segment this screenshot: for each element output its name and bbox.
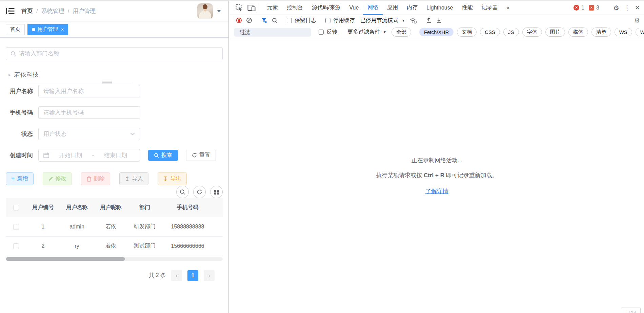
filter-chip-fetch-xhr[interactable]: Fetch/XHR [419,28,454,36]
filter-toggle-icon[interactable] [259,16,269,25]
tree-expand-icon[interactable]: ▸ [8,72,11,77]
tab-application[interactable]: 应用 [383,1,402,15]
partial-corner-button[interactable]: 录制 [621,308,641,313]
dept-search-input[interactable] [19,50,218,57]
filter-chip-css[interactable]: CSS [480,28,500,36]
sidebar-toggle-icon[interactable] [6,7,15,15]
import-button[interactable]: ↥ 导入 [119,172,148,185]
checkbox[interactable] [319,30,324,35]
search-network-icon[interactable] [269,16,280,25]
tab-console[interactable]: 控制台 [282,1,307,15]
date-end-placeholder[interactable]: 结束日期 [96,151,135,159]
horizontal-scrollbar [6,257,223,261]
device-toolbar-icon[interactable] [245,1,258,15]
tag-home[interactable]: 首页 [6,24,25,35]
filter-field[interactable] [234,28,311,37]
filter-chip-doc[interactable]: 文档 [457,27,477,37]
chevron-down-icon [130,132,135,135]
user-menu[interactable] [197,3,221,19]
edit-button[interactable]: 修改 [43,172,72,185]
tab-memory[interactable]: 内存 [402,1,422,15]
prev-page-button[interactable]: ‹ [171,270,182,281]
tab-network[interactable]: 网络 [363,1,383,15]
tab-performance[interactable]: 性能 [458,1,477,15]
column-header-id[interactable]: 用户编号 [26,198,60,217]
separator [260,4,260,12]
table-row[interactable]: 2 ry 若依 测试部门 15666666666 [6,236,223,256]
row-checkbox[interactable] [13,224,19,230]
tab-sources[interactable]: 源代码/来源 [307,1,345,15]
throttling-select[interactable]: 已停用节流模式 ▼ [360,17,405,24]
clear-network-icon[interactable] [244,16,254,25]
close-icon[interactable]: × [61,27,64,32]
console-errors-badge[interactable]: ✕ 1 [573,5,584,11]
breadcrumb-separator: / [36,8,38,15]
column-header-username[interactable]: 用户名称 [60,198,94,217]
search-button[interactable]: 搜索 [148,150,178,161]
delete-button[interactable]: 删除 [81,172,110,185]
refresh-table-button[interactable] [193,186,206,198]
disable-cache-checkbox[interactable]: 停用缓存 [325,17,355,24]
row-checkbox[interactable] [13,243,19,249]
filter-chip-font[interactable]: 字体 [522,27,542,37]
table-header-row: 用户编号 用户名称 用户昵称 部门 手机号码 [6,198,223,217]
export-button[interactable]: ↧ 导出 [158,172,187,185]
filter-chip-ws[interactable]: WS [615,28,632,36]
show-search-toggle-button[interactable] [176,186,189,198]
add-button-label: 新增 [17,175,28,182]
more-filters-dropdown[interactable]: 更多过滤条件 ▼ [347,29,386,36]
network-settings-gear-icon[interactable]: ⚙ [634,17,640,24]
filter-chip-all[interactable]: 全部 [391,27,411,37]
current-page-button[interactable]: 1 [187,270,198,281]
checkbox[interactable] [287,18,292,23]
date-start-placeholder[interactable]: 开始日期 [51,151,90,159]
close-devtools-icon[interactable]: ✕ [635,4,640,12]
preserve-log-checkbox[interactable]: 保留日志 [287,17,316,24]
download-icon: ↧ [163,176,168,182]
add-button[interactable]: + 新增 [6,172,34,185]
table-row[interactable]: 1 admin 若依 研发部门 15888888888 [6,217,223,236]
next-page-button[interactable]: › [204,270,215,281]
more-options-icon[interactable]: ⋮ [624,4,630,12]
more-tabs-icon[interactable]: » [502,1,514,15]
learn-more-link[interactable]: 了解详情 [425,187,448,195]
settings-gear-icon[interactable]: ⚙ [613,4,619,12]
refresh-icon [197,189,202,195]
import-har-icon[interactable] [424,16,434,25]
cell-username: admin [60,217,94,236]
checkbox[interactable] [325,18,330,23]
select-all-checkbox[interactable] [13,205,19,210]
reset-button[interactable]: 重置 [186,150,216,161]
record-network-button[interactable] [234,16,244,25]
inspect-element-icon[interactable] [233,1,245,15]
filter-chip-img[interactable]: 图片 [545,27,565,37]
column-header-phone[interactable]: 手机号码 [162,198,214,217]
filter-chip-media[interactable]: 媒体 [568,27,588,37]
column-settings-button[interactable] [210,186,223,198]
scrollbar-thumb[interactable] [6,257,125,261]
date-range-picker[interactable]: 开始日期 - 结束日期 [38,149,140,162]
splitter-drag-handle[interactable] [102,81,112,85]
tag-user-management[interactable]: 用户管理 × [27,24,68,35]
dept-search-field[interactable] [6,47,223,60]
invert-filter-checkbox[interactable]: 反转 [319,29,337,36]
export-har-icon[interactable] [434,16,444,25]
column-header-dept[interactable]: 部门 [128,198,162,217]
phone-input[interactable] [43,109,135,116]
tab-vue[interactable]: Vue [345,1,363,15]
status-select[interactable]: 用户状态 [38,128,140,140]
dept-tree-node[interactable]: ▸ 若依科技 [6,71,223,78]
username-input[interactable] [43,88,135,95]
tab-recorder[interactable]: 记录器 [477,1,502,15]
filter-chip-wasm[interactable]: Wasm [636,28,644,36]
avatar[interactable] [197,3,213,19]
filter-chip-manifest[interactable]: 清单 [591,27,611,37]
tab-lighthouse[interactable]: Lighthouse [422,1,457,15]
column-header-nickname[interactable]: 用户昵称 [94,198,128,217]
network-conditions-icon[interactable] [408,16,419,25]
filter-input[interactable] [240,29,310,35]
tab-elements[interactable]: 元素 [263,1,282,15]
issues-badge[interactable]: ✕ 3 [589,5,599,11]
filter-chip-js[interactable]: JS [503,28,519,36]
breadcrumb-home[interactable]: 首页 [21,7,33,15]
